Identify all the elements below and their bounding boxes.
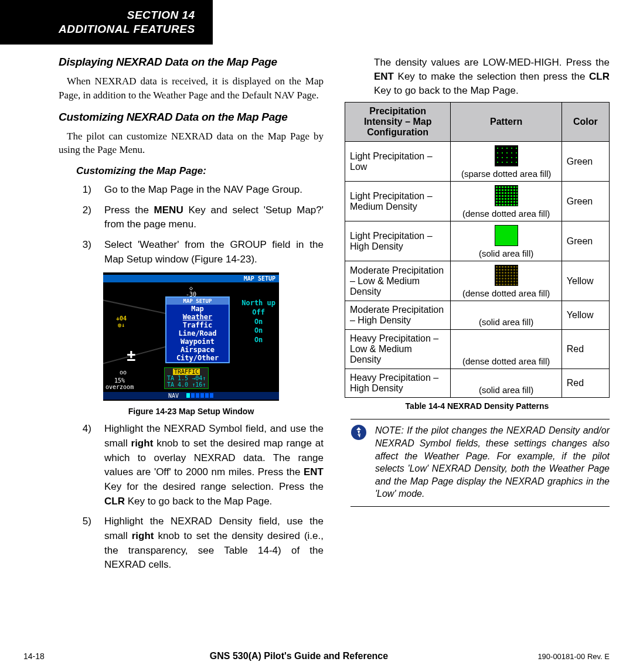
cell-pattern: (dense dotted area fill) [451,261,561,301]
popup-item: Traffic [166,321,229,329]
table-row: Heavy Precipitation – High Density(solid… [345,369,610,398]
table-row: Light Precipitation – Medium Density(den… [345,182,610,221]
nexrad-table: Precipitation Intensity – Map Configurat… [345,102,610,398]
footer-title: GNS 530(A) Pilot's Guide and Reference [94,651,504,661]
cell-color: Green [561,182,609,221]
right-column: The density values are LOW-MED-HIGH. Pre… [345,56,610,578]
key-right: right [131,438,154,449]
key-clr-2: CLR [589,71,610,82]
table-row: Light Precipitation – Low(sparse dotted … [345,142,610,182]
waypoint-label: +04◍↓ [116,315,127,328]
device-screenshot: MAP SETUP ◇ -30 +04◍↓ ± oo [103,272,279,401]
section-title: ADDITIONAL FEATURES [59,22,195,36]
cell-intensity: Moderate Precipitation – High Density [345,301,451,330]
popup-item: Waypoint [166,337,229,346]
para-p2: The pilot can customize NEXRAD data on t… [59,129,324,158]
section-header: SECTION 14 ADDITIONAL FEATURES [0,0,213,45]
cell-pattern: (solid area fill) [451,221,561,261]
heading-displaying: Displaying NEXRAD Data on the Map Page [59,56,324,69]
footer: 14-18 GNS 530(A) Pilot's Guide and Refer… [23,651,610,661]
pattern-swatch [495,265,518,286]
table-caption: Table 14-4 NEXRAD Density Patterns [345,401,610,411]
cell-color: Green [561,221,609,261]
step-2: Press the MENU Key and select 'Setup Map… [100,203,324,232]
step-1: Go to the Map Page in the NAV Page Group… [100,183,324,197]
cell-intensity: Light Precipitation – High Density [345,221,451,261]
table-row: Moderate Precipitation – Low & Medium De… [345,261,610,301]
cell-color: Yellow [561,301,609,330]
step-4: Highlight the NEXRAD Symbol field, and u… [100,422,324,509]
steps-list-cont: Highlight the NEXRAD Symbol field, and u… [59,422,324,572]
page: SECTION 14 ADDITIONAL FEATURES Displayin… [0,0,633,672]
table-row: Light Precipitation – High Density(solid… [345,221,610,261]
cell-color: Red [561,330,609,369]
figure-14-23: MAP SETUP ◇ -30 +04◍↓ ± oo [59,272,324,402]
pattern-label: (dense dotted area fill) [453,356,559,366]
popup-title: MAP SETUP [166,298,229,305]
pattern-swatch [495,185,518,206]
cell-intensity: Light Precipitation – Low [345,142,451,182]
key-menu: MENU [154,204,183,216]
compass-icon: ◇ -30 [186,285,196,298]
cell-color: Red [561,369,609,398]
pattern-label: (dense dotted area fill) [453,209,559,219]
oo-label: oo [120,369,127,376]
pattern-label: (solid area fill) [453,317,559,327]
note-text: NOTE: If the pilot changes the NEXRAD De… [375,424,610,500]
cell-intensity: Moderate Precipitation – Low & Medium De… [345,261,451,301]
table-row: Moderate Precipitation – High Density(so… [345,301,610,330]
cell-color: Yellow [561,261,609,301]
key-right-2: right [132,530,154,541]
right-option: North up [241,299,275,308]
pattern-label: (solid area fill) [453,385,559,395]
key-clr: CLR [104,496,125,507]
cell-intensity: Heavy Precipitation – High Density [345,369,451,398]
traffic-box: TRAFFIC TA 1.5 →04↑ TA 4.0 ↑16↑ [164,367,209,389]
note-block: NOTE: If the pilot changes the NEXRAD De… [350,419,610,507]
popup-item: Airspace [166,346,229,354]
popup-item: Line/Road [166,329,229,337]
pattern-swatch [495,145,518,166]
pattern-swatch [495,225,518,246]
cell-intensity: Light Precipitation – Medium Density [345,182,451,221]
th-color: Color [561,103,609,142]
steps-list: Go to the Map Page in the NAV Page Group… [59,183,324,267]
cell-pattern: (solid area fill) [451,369,561,398]
th-pattern: Pattern [451,103,561,142]
page-number: 14-18 [23,651,94,661]
plus-icon: ± [127,347,136,364]
th-intensity: Precipitation Intensity – Map Configurat… [345,103,451,142]
device-title: MAP SETUP [103,275,279,282]
map-setup-popup: MAP SETUP MapWeatherTrafficLine/RoadWayp… [165,296,230,363]
step-3: Select 'Weather' from the GROUP field in… [100,238,324,267]
heading-customizing: Customizing NEXRAD Data on the Map Page [59,111,324,124]
note-icon [350,424,368,500]
cell-pattern: (dense dotted area fill) [451,330,561,369]
popup-item: City/Other [166,354,229,362]
popup-item: Map [166,305,229,313]
key-ent: ENT [304,466,324,477]
left-column: Displaying NEXRAD Data on the Map Page W… [59,56,324,578]
right-options: North upOffOnOnOn [241,299,275,344]
cell-pattern: (solid area fill) [451,301,561,330]
nav-bar: NAV [103,392,279,400]
step-5: Highlight the NEXRAD Density field, use … [100,514,324,572]
zoom-label: 15%overzoom [106,377,134,390]
pattern-label: (sparse dotted area fill) [453,169,559,179]
cell-color: Green [561,142,609,182]
cell-pattern: (dense dotted area fill) [451,182,561,221]
right-option: Off [241,308,275,318]
key-ent-2: ENT [374,71,394,82]
right-option: On [241,318,275,327]
table-row: Heavy Precipitation – Low & Medium Densi… [345,330,610,369]
cell-pattern: (sparse dotted area fill) [451,142,561,182]
para-p1: When NEXRAD data is received, it is disp… [59,74,324,103]
right-option: On [241,326,275,336]
footer-rev: 190-00181-00 Rev. E [504,652,610,661]
pattern-label: (dense dotted area fill) [453,288,559,298]
pattern-label: (solid area fill) [453,248,559,258]
right-option: On [241,336,275,345]
procedure-heading: Customizing the Map Page: [76,165,324,177]
cell-intensity: Heavy Precipitation – Low & Medium Densi… [345,330,451,369]
popup-item: Weather [166,313,229,321]
